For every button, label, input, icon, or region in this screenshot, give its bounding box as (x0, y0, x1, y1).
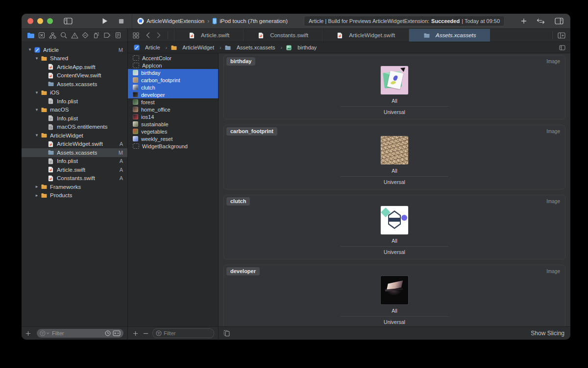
navigator-item-label: ArticleWidget (50, 133, 83, 138)
run-button[interactable] (102, 18, 108, 24)
navigator-item[interactable]: Info.plist (22, 114, 127, 123)
find-icon[interactable] (59, 31, 68, 40)
navigator-item[interactable]: ▾ ArticleWidget (22, 131, 127, 140)
tests-icon[interactable] (81, 31, 90, 40)
navigator-item[interactable]: ▸ Frameworks (22, 183, 127, 191)
navigator-item[interactable]: ▸ Products (22, 191, 127, 200)
navigator-item[interactable]: ContentView.swift (22, 71, 127, 80)
navigator-item[interactable]: Info.plist (22, 97, 127, 106)
asset-image-well[interactable] (381, 136, 408, 164)
asset-name-chip[interactable]: clutch (226, 197, 250, 206)
reports-icon[interactable] (114, 31, 122, 40)
recent-files-icon[interactable] (105, 330, 111, 336)
navigator-item[interactable]: ▾ iOS (22, 89, 127, 97)
navigator-item[interactable]: Assets.xcassets M (22, 148, 127, 157)
filter-funnel-icon[interactable] (40, 330, 50, 336)
asset-image-well[interactable] (381, 206, 408, 234)
back-button[interactable] (146, 32, 150, 38)
zoom-button[interactable] (47, 18, 53, 24)
navigator-item[interactable]: Info.plist A (22, 157, 127, 166)
editor-tab[interactable]: ArticleWidget.swift (322, 29, 409, 42)
navigator-filter-field[interactable]: Filter (37, 329, 123, 338)
minimize-button[interactable] (37, 18, 43, 24)
source-control-icon[interactable] (37, 31, 46, 40)
disclosure-icon[interactable]: ▾ (33, 56, 40, 61)
add-asset-button[interactable] (133, 331, 138, 336)
editor-tab[interactable]: Article.swift (174, 29, 243, 42)
stop-button[interactable] (119, 19, 124, 24)
asset-name-chip[interactable]: carbon_footprint (226, 127, 277, 136)
issues-icon[interactable] (70, 31, 79, 40)
asset-item[interactable]: developer (128, 91, 218, 98)
add-icon[interactable] (521, 18, 527, 24)
scheme-device-label[interactable]: iPod touch (7th generation) (220, 18, 288, 24)
asset-thumbnail-icon (133, 129, 138, 134)
toggle-navigator-icon[interactable] (64, 18, 73, 24)
navigator-item[interactable]: ArticleWidget.swift A (22, 140, 127, 149)
forward-button[interactable] (157, 32, 161, 38)
disclosure-icon[interactable]: ▸ (33, 193, 40, 198)
navigator-item[interactable]: Article.swift A (22, 165, 127, 174)
add-editor-icon[interactable] (558, 32, 565, 39)
navigator-item[interactable]: Constants.swift A (22, 174, 127, 183)
navigator-item[interactable]: ▾ Article M (22, 46, 127, 54)
close-button[interactable] (27, 18, 33, 24)
asset-filter-field[interactable]: Filter (152, 328, 214, 338)
editor-tab[interactable]: Constants.swift (243, 29, 322, 42)
swap-arrows-icon[interactable] (537, 18, 545, 24)
tab-overview-icon[interactable] (133, 32, 139, 39)
disclosure-icon[interactable]: ▾ (33, 133, 40, 138)
symbols-icon[interactable] (49, 31, 57, 40)
disclosure-icon[interactable]: ▾ (33, 91, 40, 95)
disclosure-icon[interactable]: ▾ (33, 108, 40, 112)
breadcrumb-item[interactable]: Assets.xcassets › (224, 45, 286, 50)
desktop: ArticleWidgetExtension › iPod touch (7th… (0, 0, 588, 368)
section-divider (341, 246, 448, 247)
asset-item[interactable]: weekly_reset (128, 135, 218, 142)
asset-item[interactable]: WidgetBackground (128, 142, 218, 150)
activity-status[interactable]: Article | Build for Previews ArticleWidg… (304, 16, 505, 26)
asset-item[interactable]: AppIcon (128, 62, 218, 69)
scheme-target-label[interactable]: ArticleWidgetExtension (147, 18, 204, 24)
asset-item[interactable]: forest (128, 98, 218, 106)
breadcrumb-item[interactable]: Article › (133, 45, 170, 50)
asset-item[interactable]: sustainable (128, 120, 218, 128)
navigator-item[interactable]: macOS.entitlements (22, 123, 127, 132)
editor-tab[interactable]: Assets.xcassets (409, 29, 490, 42)
folder-icon (170, 45, 177, 50)
inspector-panel-icon[interactable] (555, 18, 564, 24)
asset-item[interactable]: home_office (128, 106, 218, 113)
breadcrumb-item[interactable]: ArticleWidget › (170, 45, 224, 50)
remove-asset-button[interactable] (143, 331, 148, 336)
asset-name-chip[interactable]: birthday (226, 57, 255, 66)
disclosure-icon[interactable]: ▾ (26, 47, 33, 52)
debug-icon[interactable] (92, 31, 101, 40)
asset-list: AccentColor AppIcon birthday (128, 53, 218, 326)
copy-icon[interactable] (223, 330, 230, 337)
asset-item[interactable]: ios14 (128, 113, 218, 120)
scheme-selector[interactable]: ArticleWidgetExtension › iPod touch (7th… (137, 18, 288, 24)
asset-item[interactable]: clutch (128, 84, 218, 91)
asset-item[interactable]: vegetables (128, 128, 218, 135)
show-slicing-button[interactable]: Show Slicing (531, 330, 564, 337)
navigator-item[interactable]: ArticleApp.swift (22, 63, 127, 71)
asset-thumbnail-icon (133, 55, 139, 61)
navigator-item[interactable]: ▾ Shared (22, 54, 127, 63)
scm-status-filter-icon[interactable] (113, 330, 121, 336)
asset-item[interactable]: birthday (128, 69, 218, 76)
disclosure-icon[interactable]: ▸ (33, 184, 40, 189)
project-navigator-icon[interactable] (26, 31, 35, 40)
navigator-item[interactable]: Assets.xcassets (22, 80, 127, 89)
breakpoints-icon[interactable] (103, 31, 112, 40)
editor-options-icon[interactable] (559, 45, 565, 50)
asset-name-chip[interactable]: developer (226, 267, 260, 276)
asset-image-well[interactable] (381, 276, 408, 304)
jump-bar: Article › ArticleWidget › (128, 42, 570, 53)
add-file-button[interactable] (25, 331, 31, 336)
status-badge: A (120, 141, 123, 147)
asset-image-well[interactable] (381, 66, 408, 94)
navigator-item[interactable]: ▾ macOS (22, 106, 127, 115)
asset-item[interactable]: AccentColor (128, 54, 218, 62)
asset-item[interactable]: carbon_footprint (128, 76, 218, 84)
breadcrumb-item[interactable]: birthday › (285, 45, 317, 50)
